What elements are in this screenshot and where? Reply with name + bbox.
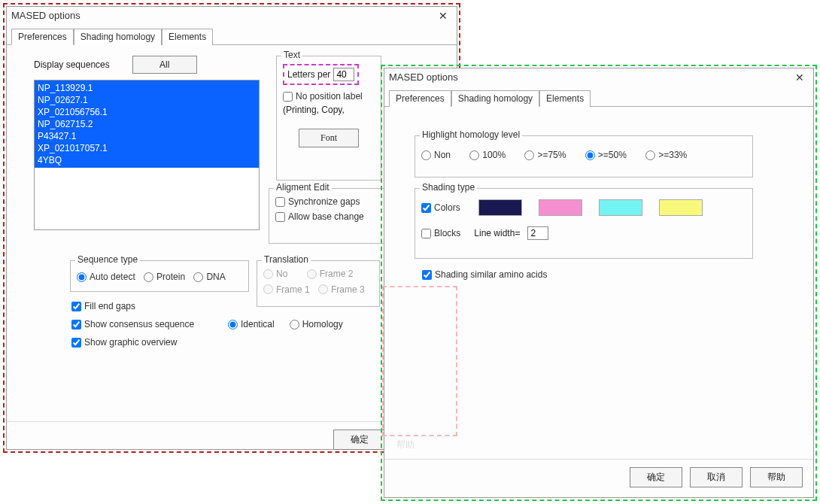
ok-button[interactable]: 确定 bbox=[333, 430, 386, 450]
help-button-2[interactable]: 帮助 bbox=[750, 467, 803, 487]
window-title: MASED options bbox=[11, 7, 80, 25]
allow-base-label: Allow base change bbox=[288, 211, 364, 222]
hl-33-label: >=33% bbox=[658, 150, 687, 160]
trans-f3-radio bbox=[318, 284, 328, 294]
identical-label: Identical bbox=[241, 319, 275, 329]
colors-checkbox[interactable] bbox=[421, 203, 431, 213]
seq-dna-radio[interactable] bbox=[193, 272, 203, 282]
color-swatch[interactable] bbox=[478, 199, 522, 216]
trans-no-label: No bbox=[276, 269, 287, 279]
list-item[interactable]: 4YBQ bbox=[38, 154, 256, 166]
faint-help-text: 帮助 bbox=[396, 439, 415, 451]
shading-similar-checkbox[interactable] bbox=[422, 270, 432, 280]
hl-33-radio[interactable] bbox=[645, 150, 655, 160]
group-text-legend: Text bbox=[281, 50, 302, 60]
sync-gaps-checkbox[interactable] bbox=[275, 197, 285, 207]
titlebar: MASED options ✕ bbox=[7, 7, 457, 25]
window-title-2: MASED options bbox=[389, 68, 458, 87]
list-item[interactable]: NP_062715.2 bbox=[38, 118, 256, 130]
show-cons-label: Show consensus sequence bbox=[84, 319, 194, 329]
list-item[interactable]: XP_021056756.1 bbox=[38, 106, 256, 118]
allow-base-checkbox[interactable] bbox=[275, 212, 285, 222]
cancel-button-2[interactable]: 取消 bbox=[690, 467, 743, 487]
dialog-shading: MASED options ✕ Preferences Shading homo… bbox=[384, 68, 814, 498]
tab-elements[interactable]: Elements bbox=[162, 29, 213, 45]
line-width-input[interactable] bbox=[527, 226, 548, 240]
list-item[interactable]: P43427.1 bbox=[38, 130, 256, 142]
hl-100-label: 100% bbox=[482, 150, 506, 160]
seq-protein-radio[interactable] bbox=[144, 272, 153, 282]
letters-per-label: Letters per bbox=[287, 69, 330, 80]
seq-auto-radio[interactable] bbox=[77, 272, 87, 282]
font-button[interactable]: Font bbox=[299, 129, 359, 147]
hl-non-radio[interactable] bbox=[421, 150, 431, 160]
show-graphic-checkbox[interactable] bbox=[71, 338, 81, 348]
hl-non-label: Non bbox=[434, 150, 451, 160]
all-button[interactable]: All bbox=[132, 56, 197, 74]
trans-f1-label: Frame 1 bbox=[276, 284, 310, 295]
tab-elements-2[interactable]: Elements bbox=[539, 90, 591, 107]
trans-f3-label: Frame 3 bbox=[331, 284, 365, 295]
hl-75-radio[interactable] bbox=[524, 150, 534, 160]
identical-radio[interactable] bbox=[228, 320, 238, 329]
seq-protein-label: Protein bbox=[156, 272, 185, 282]
group-align-legend: Aligment Edit bbox=[274, 182, 332, 193]
hl-75-label: >=75% bbox=[537, 150, 566, 160]
tab-bar: Preferences Shading homology Elements bbox=[7, 25, 457, 45]
no-position-checkbox[interactable] bbox=[283, 92, 293, 102]
show-cons-checkbox[interactable] bbox=[71, 320, 81, 329]
list-item[interactable]: NP_113929.1 bbox=[38, 82, 256, 94]
tab-preferences-2[interactable]: Preferences bbox=[389, 90, 451, 107]
trans-f2-label: Frame 2 bbox=[320, 269, 354, 279]
hl-50-label: >=50% bbox=[598, 150, 627, 160]
group-shading-type: Shading type Colors Blocks Line width= bbox=[415, 188, 753, 259]
letters-per-input[interactable] bbox=[333, 68, 354, 81]
seq-type-legend: Sequence type bbox=[75, 254, 140, 265]
color-swatch[interactable] bbox=[659, 199, 703, 216]
tab-bar-2: Preferences Shading homology Elements bbox=[384, 87, 813, 107]
trans-f1-radio bbox=[263, 284, 273, 294]
show-graphic-label: Show graphic overview bbox=[84, 337, 177, 348]
group-align-edit: Aligment Edit Synchronize gaps Allow bas… bbox=[269, 188, 389, 244]
sync-gaps-label: Synchronize gaps bbox=[288, 196, 360, 207]
tab-shading-2[interactable]: Shading homology bbox=[451, 90, 539, 107]
group-seq-type: Sequence type Auto detect Protein DNA bbox=[70, 260, 249, 292]
dialog2-footer: 确定 取消 帮助 bbox=[384, 459, 813, 495]
list-item[interactable]: NP_02627.1 bbox=[38, 94, 256, 106]
shading-type-legend: Shading type bbox=[420, 182, 477, 193]
homology-label: Homology bbox=[302, 319, 343, 329]
homology-radio[interactable] bbox=[290, 320, 299, 329]
display-sequences-label: Display sequences bbox=[34, 59, 110, 70]
highlight-legend: Highlight homology level bbox=[420, 129, 522, 140]
hl-100-radio[interactable] bbox=[469, 150, 479, 160]
trans-no-radio bbox=[263, 269, 273, 279]
sequence-listbox[interactable]: NP_113929.1NP_02627.1XP_021056756.1NP_06… bbox=[34, 80, 260, 230]
printing-copy-label: (Printing, Copy, bbox=[283, 105, 375, 115]
translation-legend: Translation bbox=[262, 254, 311, 265]
blocks-label: Blocks bbox=[434, 228, 460, 238]
hl-50-radio[interactable] bbox=[585, 150, 595, 160]
close-icon[interactable]: ✕ bbox=[434, 7, 452, 25]
seq-auto-label: Auto detect bbox=[90, 272, 135, 282]
color-swatch[interactable] bbox=[539, 199, 582, 216]
group-highlight: Highlight homology level Non 100% >=75% … bbox=[415, 135, 753, 178]
tab-shading[interactable]: Shading homology bbox=[74, 29, 162, 45]
shading-similar-label: Shading similar amino acids bbox=[435, 269, 547, 280]
titlebar-2: MASED options ✕ bbox=[384, 68, 813, 87]
blocks-checkbox[interactable] bbox=[421, 229, 431, 238]
group-translation: Translation No Frame 2 Frame 1 Frame 3 bbox=[257, 260, 380, 307]
tab-preferences[interactable]: Preferences bbox=[11, 29, 74, 45]
group-text: Text Letters per No position label (Prin… bbox=[276, 56, 381, 181]
fill-gaps-checkbox[interactable] bbox=[71, 302, 81, 311]
color-swatch[interactable] bbox=[599, 199, 642, 216]
seq-dna-label: DNA bbox=[206, 272, 225, 282]
trans-f2-radio bbox=[307, 269, 317, 279]
no-position-label: No position label bbox=[296, 91, 363, 102]
colors-label: Colors bbox=[434, 202, 460, 213]
ok-button-2[interactable]: 确定 bbox=[630, 467, 682, 487]
line-width-label: Line width= bbox=[474, 228, 520, 238]
list-item[interactable]: XP_021017057.1 bbox=[38, 142, 256, 154]
close-icon-2[interactable]: ✕ bbox=[791, 68, 809, 87]
fill-gaps-label: Fill end gaps bbox=[84, 301, 135, 311]
